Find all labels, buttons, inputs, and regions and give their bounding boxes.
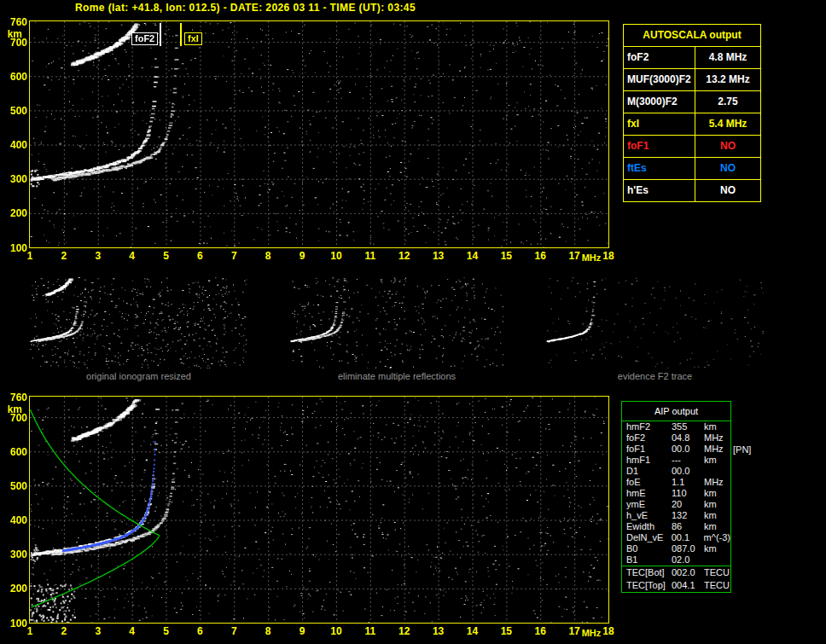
param-unit: km xyxy=(704,510,730,521)
x-axis-tick: 5 xyxy=(163,251,169,262)
param-unit: km xyxy=(704,421,730,432)
thumbnail-canvas xyxy=(290,277,503,368)
table-row-tec-bot: TEC[Bot] 002.0 TECU xyxy=(622,566,730,579)
x-axis-tick: 14 xyxy=(467,626,478,637)
bottom-ionogram-canvas xyxy=(30,397,608,623)
x-axis-tick: 14 xyxy=(467,251,478,262)
y-axis-tick: 300 xyxy=(3,174,27,185)
table-row-hes: h'Es NO xyxy=(624,179,760,201)
param-value: --- xyxy=(672,455,704,466)
thumbnail-evidence-f2-trace: evidence F2 trace xyxy=(546,277,764,368)
param-value: 004.1 xyxy=(672,579,704,592)
param-name: foF1 xyxy=(622,444,672,455)
param-value: 355 xyxy=(672,421,704,432)
param-name: Ewidth xyxy=(622,521,672,532)
param-value: NO xyxy=(695,158,760,179)
table-row-yme: ymE 20 km xyxy=(622,499,730,510)
x-axis-tick: 8 xyxy=(265,251,271,262)
param-value: 20 xyxy=(672,499,704,510)
page-title: Rome (lat: +41.8, lon: 012.5) - DATE: 20… xyxy=(75,2,416,14)
x-axis-tick: 18 xyxy=(602,626,614,637)
param-name: B0 xyxy=(622,543,672,554)
param-value: 04.8 xyxy=(672,432,704,444)
x-axis-unit-label: MHz xyxy=(582,252,602,264)
table-row-hve: h_vE 132 km xyxy=(622,510,730,521)
table-row-foe: foE 1.1 MHz xyxy=(622,477,730,488)
param-name: foF2 xyxy=(622,432,672,444)
table-row-tec-top: TEC[Top] 004.1 TECU xyxy=(622,579,730,592)
param-name: TEC[Bot] xyxy=(622,566,672,579)
param-value: 02.0 xyxy=(672,554,704,566)
y-axis-tick: 100 xyxy=(3,618,27,629)
thumbnail-canvas xyxy=(30,277,247,368)
thumbnail-canvas xyxy=(546,277,764,368)
param-value: 1.1 xyxy=(672,477,704,488)
table-row-muf3000f2: MUF(3000)F2 13.2 MHz xyxy=(624,68,760,90)
x-axis-tick: 2 xyxy=(61,626,67,637)
param-name: ymE xyxy=(622,499,672,510)
table-row-m3000f2: M(3000)F2 2.75 xyxy=(624,90,760,113)
param-value: 00.1 xyxy=(672,532,704,543)
y-axis-tick: 100 xyxy=(3,243,27,254)
table-row-hme: hmE 110 km xyxy=(622,488,730,499)
param-name: MUF(3000)F2 xyxy=(624,69,695,90)
param-name: ftEs xyxy=(624,158,695,179)
param-unit xyxy=(704,554,730,566)
param-name: M(3000)F2 xyxy=(624,91,695,113)
x-axis-tick: 4 xyxy=(129,251,135,262)
table-row-hmf1: hmF1 --- km xyxy=(622,455,730,466)
autoscala-screen: Rome (lat: +41.8, lon: 012.5) - DATE: 20… xyxy=(0,0,826,644)
y-axis-tick: 600 xyxy=(3,72,27,83)
param-name: foE xyxy=(622,477,672,488)
x-axis-tick: 12 xyxy=(398,251,410,262)
param-value: 5.4 MHz xyxy=(695,113,760,135)
y-axis-tick: 760 xyxy=(3,17,27,28)
y-axis-tick: 400 xyxy=(3,140,27,151)
fof2-marker-line xyxy=(160,23,161,46)
param-unit: MHz xyxy=(704,477,730,488)
thumbnail-caption: eliminate multiple reflections xyxy=(290,371,503,381)
x-axis-tick: 18 xyxy=(602,251,614,262)
x-axis-tick: 13 xyxy=(433,626,444,637)
param-unit xyxy=(704,466,730,477)
x-axis-tick: 6 xyxy=(197,626,203,637)
x-axis-tick: 16 xyxy=(535,626,546,637)
x-axis-tick: 13 xyxy=(433,251,444,262)
param-name: foF2 xyxy=(624,47,695,68)
param-unit: MHz xyxy=(704,432,730,444)
param-value: 087.0 xyxy=(672,543,704,554)
thumbnail-original-ionogram: original ionogram resized xyxy=(30,277,247,368)
aip-output-table: AIP output hmF2 355 km foF2 04.8 MHz foF… xyxy=(621,401,731,593)
x-axis-tick: 3 xyxy=(95,251,101,262)
thumbnail-eliminate-reflections: eliminate multiple reflections xyxy=(290,277,503,368)
table-row-b0: B0 087.0 km xyxy=(622,543,730,554)
fxi-marker-line xyxy=(180,23,182,46)
table-row-fof1: foF1 NO xyxy=(624,135,760,157)
x-axis-tick: 12 xyxy=(398,626,410,637)
param-name: hmF1 xyxy=(622,455,672,466)
x-axis-tick: 7 xyxy=(231,251,237,262)
x-axis-tick: 6 xyxy=(197,251,203,262)
x-axis-tick: 1 xyxy=(27,626,33,637)
param-unit: km xyxy=(704,488,730,499)
param-name: B1 xyxy=(622,554,672,566)
top-ionogram-plot: foF2 fxI xyxy=(29,20,609,248)
param-name: hmF2 xyxy=(622,421,672,432)
y-axis-tick: 600 xyxy=(3,447,27,458)
x-axis-tick: 2 xyxy=(61,251,67,262)
param-value: 110 xyxy=(672,488,704,499)
table-row-ewidth: Ewidth 86 km xyxy=(622,521,730,532)
x-axis-tick: 15 xyxy=(501,626,512,637)
param-name: TEC[Top] xyxy=(622,579,672,592)
x-axis-tick: 17 xyxy=(568,626,579,637)
autoscala-table-title: AUTOSCALA output xyxy=(624,25,760,47)
aip-table-title: AIP output xyxy=(622,402,730,421)
x-axis-unit-label: MHz xyxy=(582,628,602,639)
table-row-fof1: foF1 00.0 MHz xyxy=(622,444,730,455)
param-unit: km xyxy=(704,499,730,510)
table-row-delnve: DelN_vE 00.1 m^(-3) xyxy=(622,532,730,543)
y-axis-tick: 500 xyxy=(3,106,27,117)
fxi-marker-label: fxI xyxy=(184,32,202,45)
table-row-fxi: fxI 5.4 MHz xyxy=(624,113,760,135)
param-name: foF1 xyxy=(624,136,695,157)
